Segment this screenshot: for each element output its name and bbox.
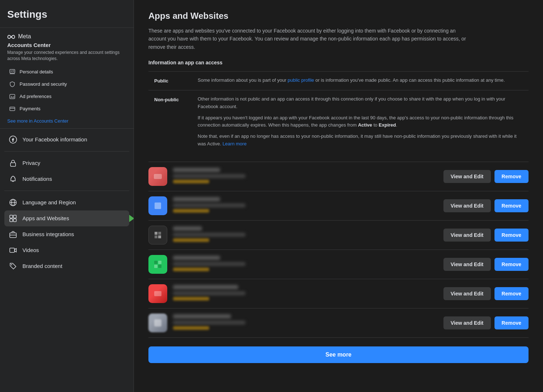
meta-icon xyxy=(7,32,15,41)
app-name-blur-4 xyxy=(173,256,220,260)
remove-button-1[interactable]: Remove xyxy=(494,170,529,183)
app-row: View and Edit Remove xyxy=(148,191,529,221)
svg-point-1 xyxy=(11,71,12,72)
app-actions-3: View and Edit Remove xyxy=(443,229,529,242)
meta-label: Meta xyxy=(18,33,31,40)
app-sub-blur-1 xyxy=(173,174,245,178)
sidebar-item-facebook-info[interactable]: Your Facebook information xyxy=(4,132,129,148)
sidebar-item-language-region[interactable]: Language and Region xyxy=(4,195,129,210)
app-row: View and Edit Remove xyxy=(148,279,529,308)
view-edit-button-2[interactable]: View and Edit xyxy=(443,199,491,212)
briefcase-icon xyxy=(9,230,17,239)
facebook-info-label: Your Facebook information xyxy=(22,136,87,142)
app-name-blur-3 xyxy=(173,226,202,231)
bell-icon xyxy=(9,175,17,183)
accounts-center-title: Accounts Center xyxy=(7,42,126,48)
sidebar-divider-1 xyxy=(4,151,129,152)
svg-rect-22 xyxy=(154,174,162,179)
accounts-link-payments[interactable]: Payments xyxy=(7,103,126,115)
svg-rect-17 xyxy=(13,219,16,222)
active-arrow-indicator xyxy=(129,215,134,222)
view-edit-button-3[interactable]: View and Edit xyxy=(443,229,491,242)
remove-button-2[interactable]: Remove xyxy=(494,199,529,212)
person-icon xyxy=(9,68,16,76)
sidebar-item-notifications[interactable]: Notifications xyxy=(4,171,129,187)
ad-preferences-label: Ad preferences xyxy=(20,94,51,99)
app-row: View and Edit Remove xyxy=(148,308,529,338)
tag-icon xyxy=(9,262,17,270)
globe-icon xyxy=(9,198,17,207)
main-content: Apps and Websites These are apps and web… xyxy=(134,0,543,392)
svg-rect-27 xyxy=(158,235,161,238)
card-icon xyxy=(9,105,16,112)
svg-rect-25 xyxy=(158,232,161,235)
page-title: Settings xyxy=(0,9,134,27)
view-edit-button-6[interactable]: View and Edit xyxy=(443,316,491,329)
shield-icon xyxy=(9,81,16,88)
app-actions-6: View and Edit Remove xyxy=(443,316,529,329)
app-sub-blur-6 xyxy=(173,321,245,324)
sidebar-item-videos[interactable]: Videos xyxy=(4,242,129,258)
svg-rect-26 xyxy=(155,235,157,238)
accounts-link-personal-details[interactable]: Personal details xyxy=(7,66,126,78)
accounts-link-password-security[interactable]: Password and security xyxy=(7,78,126,90)
app-row: View and Edit Remove xyxy=(148,221,529,250)
app-actions-4: View and Edit Remove xyxy=(443,258,529,271)
app-icon-4 xyxy=(148,255,167,274)
view-edit-button-1[interactable]: View and Edit xyxy=(443,170,491,183)
sidebar: Settings Meta Accounts Center Manage you… xyxy=(0,0,134,392)
svg-rect-31 xyxy=(158,265,161,268)
app-info-3 xyxy=(173,226,438,243)
sidebar-item-branded-content[interactable]: Branded content xyxy=(4,258,129,274)
app-tag-blur-5 xyxy=(173,297,209,301)
view-edit-button-5[interactable]: View and Edit xyxy=(443,287,491,300)
grid-icon xyxy=(9,214,17,223)
business-integrations-label: Business integrations xyxy=(22,231,74,237)
app-sub-blur-2 xyxy=(173,204,245,207)
app-actions-2: View and Edit Remove xyxy=(443,199,529,212)
non-public-description: Other information is not public and an a… xyxy=(192,90,529,153)
accounts-center-desc: Manage your connected experiences and ac… xyxy=(7,50,126,62)
svg-rect-23 xyxy=(155,203,161,209)
main-description: These are apps and websites you've conne… xyxy=(148,27,474,51)
see-more-accounts-center-link[interactable]: See more in Accounts Center xyxy=(7,118,68,124)
learn-more-link[interactable]: Learn more xyxy=(223,141,247,146)
sidebar-nav: Your Facebook information Privacy Notifi… xyxy=(0,129,134,277)
remove-button-5[interactable]: Remove xyxy=(494,287,529,300)
sidebar-item-apps-websites[interactable]: Apps and Websites xyxy=(4,210,129,226)
app-name-blur-6 xyxy=(173,314,231,319)
svg-rect-15 xyxy=(13,215,16,218)
see-more-button-wrap: See more xyxy=(148,346,529,363)
remove-button-4[interactable]: Remove xyxy=(494,258,529,271)
app-info-1 xyxy=(173,168,438,185)
facebook-icon xyxy=(9,135,17,144)
info-row-public: Public Some information about you is par… xyxy=(148,72,529,90)
app-tag-blur-1 xyxy=(173,180,209,183)
app-info-5 xyxy=(173,285,438,302)
app-icon-3 xyxy=(148,226,167,244)
app-actions-1: View and Edit Remove xyxy=(443,170,529,183)
sidebar-item-privacy[interactable]: Privacy xyxy=(4,155,129,171)
public-profile-link[interactable]: public profile xyxy=(288,77,314,83)
language-region-label: Language and Region xyxy=(22,199,76,205)
remove-button-3[interactable]: Remove xyxy=(494,229,529,242)
see-more-button[interactable]: See more xyxy=(148,346,529,363)
svg-rect-28 xyxy=(154,261,157,264)
section-heading: Information an app can access xyxy=(148,60,529,65)
svg-rect-10 xyxy=(10,163,16,166)
apps-websites-label: Apps and Websites xyxy=(22,215,69,221)
app-row: View and Edit Remove xyxy=(148,250,529,279)
accounts-link-ad-preferences[interactable]: Ad Ad preferences xyxy=(7,91,126,102)
app-icon-2 xyxy=(148,196,167,215)
svg-rect-32 xyxy=(154,291,161,296)
personal-details-label: Personal details xyxy=(20,69,53,74)
remove-button-6[interactable]: Remove xyxy=(494,316,529,329)
app-actions-5: View and Edit Remove xyxy=(443,287,529,300)
payments-label: Payments xyxy=(20,106,41,111)
sidebar-item-business-integrations[interactable]: Business integrations xyxy=(4,226,129,242)
view-edit-button-4[interactable]: View and Edit xyxy=(443,258,491,271)
public-label: Public xyxy=(148,72,192,90)
app-name-blur-5 xyxy=(173,285,238,289)
sidebar-divider-2 xyxy=(4,191,129,191)
app-icon-6 xyxy=(148,314,167,332)
